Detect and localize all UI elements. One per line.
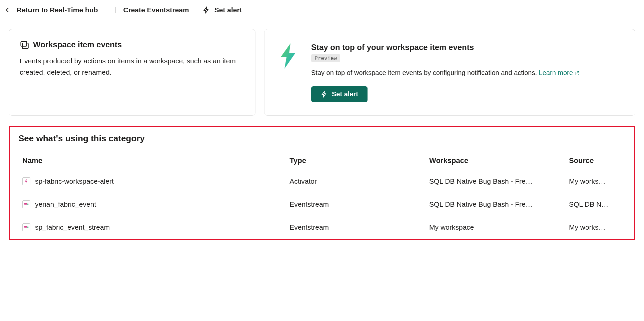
info-card-title: Workspace item events bbox=[33, 40, 122, 49]
svg-rect-0 bbox=[21, 42, 27, 46]
preview-badge: Preview bbox=[311, 54, 340, 62]
lightning-icon bbox=[320, 91, 328, 98]
row-type: Eventstream bbox=[285, 216, 425, 239]
activator-icon bbox=[22, 177, 30, 185]
promo-lightning-icon bbox=[278, 43, 298, 69]
create-eventstream-button[interactable]: Create Eventstream bbox=[111, 6, 189, 14]
usage-section-title: See what's using this category bbox=[18, 133, 626, 144]
usage-section: See what's using this category Name Type… bbox=[9, 126, 635, 240]
table-row[interactable]: yenan_fabric_event Eventstream SQL DB Na… bbox=[18, 193, 626, 216]
row-workspace: My workspace bbox=[425, 216, 565, 239]
external-link-icon bbox=[574, 71, 580, 76]
main-content: Workspace item events Events produced by… bbox=[0, 20, 644, 249]
promo-description: Stay on top of workspace item events by … bbox=[311, 68, 622, 78]
return-button[interactable]: Return to Real-Time hub bbox=[5, 6, 98, 14]
row-type: Activator bbox=[285, 170, 425, 193]
cards-row: Workspace item events Events produced by… bbox=[9, 29, 635, 116]
lightning-icon bbox=[202, 6, 210, 14]
info-card-description: Events produced by actions on items in a… bbox=[20, 55, 244, 78]
row-source: My works… bbox=[565, 170, 626, 193]
row-source: My works… bbox=[565, 216, 626, 239]
arrow-left-icon bbox=[5, 6, 13, 14]
col-header-name[interactable]: Name bbox=[18, 152, 285, 170]
promo-card: Stay on top of your workspace item event… bbox=[264, 29, 635, 116]
row-source: SQL DB N… bbox=[565, 193, 626, 216]
table-row[interactable]: sp-fabric-workspace-alert Activator SQL … bbox=[18, 170, 626, 193]
col-header-workspace[interactable]: Workspace bbox=[425, 152, 565, 170]
col-header-type[interactable]: Type bbox=[285, 152, 425, 170]
row-name: sp-fabric-workspace-alert bbox=[35, 177, 114, 185]
table-row[interactable]: sp_fabric_event_stream Eventstream My wo… bbox=[18, 216, 626, 239]
learn-more-link[interactable]: Learn more bbox=[539, 69, 580, 76]
row-workspace: SQL DB Native Bug Bash - Fre… bbox=[425, 193, 565, 216]
row-workspace: SQL DB Native Bug Bash - Fre… bbox=[425, 170, 565, 193]
row-type: Eventstream bbox=[285, 193, 425, 216]
col-header-source[interactable]: Source bbox=[565, 152, 626, 170]
return-label: Return to Real-Time hub bbox=[17, 6, 98, 14]
eventstream-icon bbox=[22, 200, 30, 208]
plus-icon bbox=[111, 6, 119, 14]
top-toolbar: Return to Real-Time hub Create Eventstre… bbox=[0, 0, 644, 20]
create-label: Create Eventstream bbox=[123, 6, 189, 14]
row-name: sp_fabric_event_stream bbox=[35, 223, 110, 231]
usage-table: Name Type Workspace Source sp-fabric-wor… bbox=[18, 152, 626, 239]
set-alert-button[interactable]: Set alert bbox=[311, 86, 368, 102]
eventstream-icon bbox=[22, 223, 30, 231]
row-name: yenan_fabric_event bbox=[35, 200, 96, 208]
workspace-icon bbox=[20, 40, 29, 49]
svg-point-1 bbox=[27, 203, 29, 205]
svg-point-2 bbox=[27, 226, 29, 228]
alert-label: Set alert bbox=[214, 6, 242, 14]
promo-title: Stay on top of your workspace item event… bbox=[311, 43, 622, 52]
info-card: Workspace item events Events produced by… bbox=[9, 29, 255, 116]
set-alert-toolbar-button[interactable]: Set alert bbox=[202, 6, 242, 14]
